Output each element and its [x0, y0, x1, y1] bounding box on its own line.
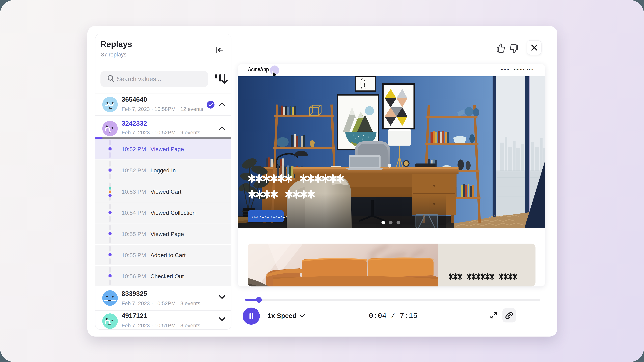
svg-text:**** ****** **********: **** ****** **********: [252, 215, 287, 220]
